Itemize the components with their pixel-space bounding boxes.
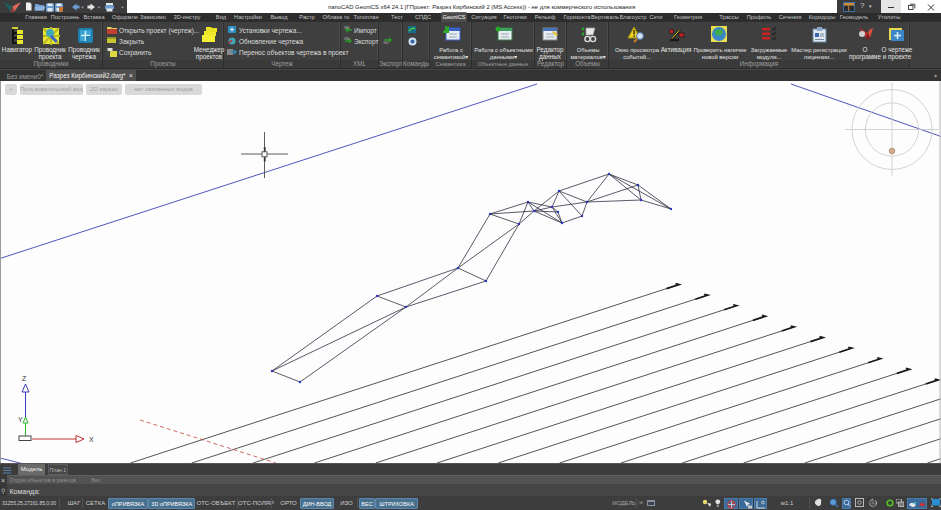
svg-text:X: X — [89, 436, 94, 443]
svg-text:XML: XML — [344, 37, 351, 41]
svg-text:XML: XML — [344, 26, 351, 30]
svg-text:Y: Y — [18, 416, 23, 423]
svg-text:ЭКС: ЭКС — [383, 41, 390, 44]
svg-text:Z: Z — [22, 375, 27, 382]
